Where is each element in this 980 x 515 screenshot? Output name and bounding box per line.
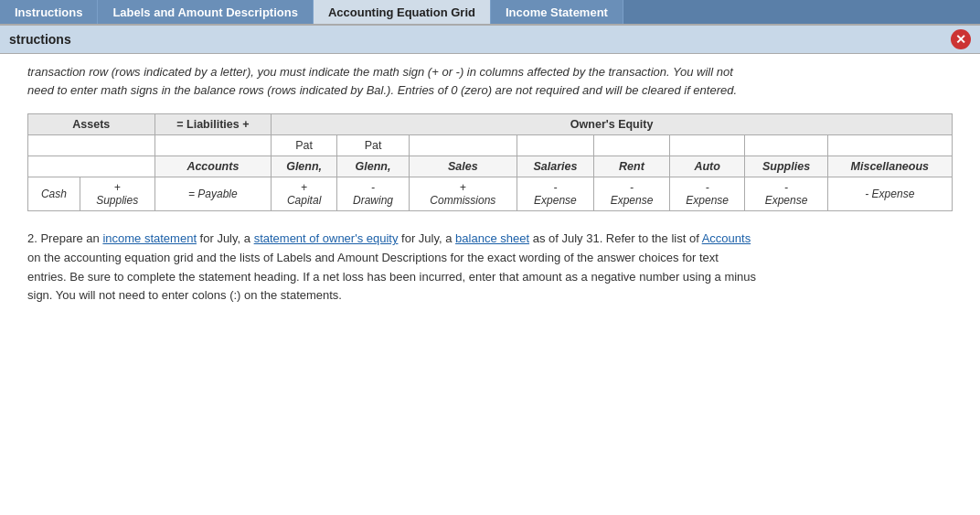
label-misc-expense: - Expense [827, 177, 952, 211]
instruction-line-1: transaction row (rows indicated by a let… [27, 63, 953, 81]
col-rent: Rent [594, 156, 670, 177]
empty-cell-5 [594, 135, 670, 156]
pat-cell-1: Pat [272, 135, 337, 156]
label-eq-payable: = Payable [154, 177, 272, 211]
col-supplies: Supplies [745, 156, 827, 177]
minus2-sign: - [523, 181, 588, 194]
col-salaries: Salaries [517, 156, 593, 177]
bottom-paragraph-1: 2. Prepare an income statement for July,… [27, 230, 953, 249]
empty-cell-7 [745, 135, 827, 156]
accounting-equation-table: Assets = Liabilities + Owner's Equity Pa… [27, 113, 953, 211]
label-plus2-capital: + Capital [272, 177, 337, 211]
tab-accounting-grid-label: Accounting Equation Grid [328, 5, 475, 19]
rent-expense-label: Expense [600, 194, 664, 207]
empty-cell-r3-1 [28, 156, 155, 177]
section-header: structions ✕ [0, 26, 980, 54]
col-glenn2: Glenn, [337, 156, 410, 177]
empty-cell-8 [827, 135, 952, 156]
plus3-sign: + [415, 181, 511, 194]
header-equity: Owner's Equity [272, 114, 953, 135]
minus1-sign: - [343, 181, 403, 194]
col-accounts: Accounts [154, 156, 272, 177]
label-rent-expense: - Expense [594, 177, 670, 211]
table-header-row-4: Cash + Supplies = Payable + Capital - Dr… [28, 177, 953, 211]
col-misc: Miscellaneous [827, 156, 952, 177]
empty-cell-4 [517, 135, 593, 156]
owners-equity-link[interactable]: statement of owner's equity [254, 231, 399, 245]
tab-income-statement-label: Income Statement [506, 5, 608, 19]
bottom-paragraph-2: on the accounting equation grid and the … [27, 249, 953, 268]
bottom-mid1: for July, a [197, 231, 254, 245]
bottom-paragraph-4: sign. You will not need to enter colons … [27, 286, 953, 306]
tab-income-statement[interactable]: Income Statement [491, 0, 623, 24]
income-statement-link[interactable]: income statement [102, 231, 197, 245]
col-sales: Sales [410, 156, 517, 177]
table-header-row-1: Assets = Liabilities + Owner's Equity [28, 114, 953, 135]
instruction-text-block: transaction row (rows indicated by a let… [0, 54, 980, 104]
empty-cell-3 [410, 135, 517, 156]
tab-instructions-label: Instructions [15, 5, 82, 19]
col-auto: Auto [669, 156, 745, 177]
table-header-row-3: Accounts Glenn, Glenn, Sales Salaries Re… [28, 156, 953, 177]
label-salaries-expense: - Expense [517, 177, 593, 211]
label-plus-commissions: + Commissions [410, 177, 517, 211]
tab-labels[interactable]: Labels and Amount Descriptions [98, 0, 314, 24]
label-minus-drawing: - Drawing [337, 177, 410, 211]
bottom-text-block: 2. Prepare an income statement for July,… [0, 220, 980, 315]
minus3-sign: - [600, 181, 664, 194]
col-glenn1: Glenn, [272, 156, 337, 177]
minus5-sign: - [751, 181, 821, 194]
header-liabilities: = Liabilities + [154, 114, 272, 135]
supplies-label: Supplies [86, 194, 149, 207]
plus-sign: + [86, 181, 149, 194]
capital-label: Capital [277, 194, 331, 207]
commissions-label: Commissions [415, 194, 511, 207]
empty-cell-6 [669, 135, 745, 156]
header-assets: Assets [28, 114, 155, 135]
bottom-mid2: for July, a [398, 231, 455, 245]
tab-bar: Instructions Labels and Amount Descripti… [0, 0, 980, 26]
label-supplies-expense: - Expense [745, 177, 827, 211]
table-wrapper: Assets = Liabilities + Owner's Equity Pa… [0, 104, 980, 220]
bottom-prefix: 2. Prepare an [27, 231, 102, 245]
table-header-row-2: Pat Pat [28, 135, 953, 156]
instruction-line-2: need to enter math signs in the balance … [27, 81, 953, 100]
plus2-sign: + [277, 181, 331, 194]
close-button[interactable]: ✕ [951, 29, 971, 49]
accounts-link[interactable]: Accounts [702, 231, 751, 245]
sal-expense-label: Expense [523, 194, 588, 207]
bottom-paragraph-3: entries. Be sure to complete the stateme… [27, 268, 953, 287]
section-title: structions [9, 32, 71, 47]
bottom-mid3: as of July 31. Refer to the list of [529, 231, 702, 245]
minus4-sign: - [676, 181, 740, 194]
pat-cell-2: Pat [337, 135, 410, 156]
tab-instructions[interactable]: Instructions [0, 0, 98, 24]
balance-sheet-link[interactable]: balance sheet [455, 231, 529, 245]
supplies-exp-label: Expense [751, 194, 821, 207]
drawing-label: Drawing [343, 194, 403, 207]
tab-accounting-grid[interactable]: Accounting Equation Grid [314, 0, 491, 24]
close-icon: ✕ [955, 32, 966, 47]
main-content: structions ✕ transaction row (rows indic… [0, 26, 980, 315]
tab-labels-label: Labels and Amount Descriptions [112, 5, 298, 19]
auto-expense-label: Expense [676, 194, 740, 207]
empty-cell-2 [154, 135, 272, 156]
label-cash: Cash [28, 177, 80, 211]
empty-cell-1 [28, 135, 155, 156]
label-auto-expense: - Expense [669, 177, 745, 211]
label-plus-supplies: + Supplies [80, 177, 154, 211]
